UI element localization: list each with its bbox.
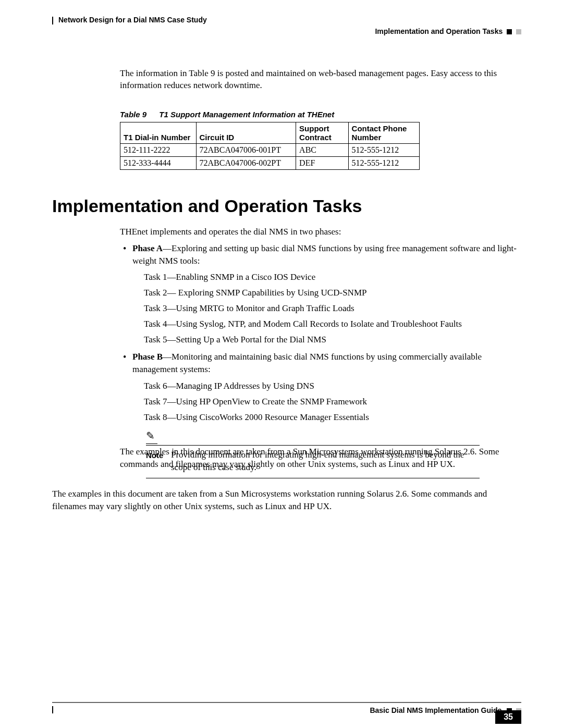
table-cell: 512-333-4444 <box>120 156 197 169</box>
phase-a-label: Phase A <box>132 243 163 253</box>
section-heading: Implementation and Operation Tasks <box>52 196 521 216</box>
task-item: Task 5—Setting Up a Web Portal for the D… <box>144 334 521 346</box>
phase-b-label: Phase B <box>132 352 163 362</box>
task-item: Task 3—Using MRTG to Monitor and Graph T… <box>144 302 521 315</box>
support-info-table: T1 Dial-in Number Circuit ID Support Con… <box>120 122 420 170</box>
task-item: Task 7—Using HP OpenView to Create the S… <box>144 396 521 408</box>
task-item: Task 1—Enabling SNMP in a Cisco IOS Devi… <box>144 271 521 283</box>
header-section-text: Implementation and Operation Tasks <box>375 27 503 35</box>
pencil-icon <box>146 430 156 440</box>
page-footer: Basic Dial NMS Implementation Guide 35 <box>52 702 521 703</box>
table-cell: DEF <box>296 156 348 169</box>
header-chapter: Network Design for a Dial NMS Case Study <box>52 16 207 24</box>
task-item: Task 2— Exploring SNMP Capabilities by U… <box>144 287 521 299</box>
table-cell: 72ABCA047006-001PT <box>196 143 296 156</box>
intro-paragraph: The information in Table 9 is posted and… <box>120 68 521 92</box>
closing-paragraph: The examples in this document are taken … <box>52 488 521 513</box>
table-caption: Table 9 T1 Support Management Informatio… <box>120 110 521 119</box>
phase-b-desc: —Monitoring and maintaining basic dial N… <box>132 352 482 374</box>
footer-guide-text: Basic Dial NMS Implementation Guide <box>370 706 501 714</box>
table-cell: 512-555-1212 <box>348 156 419 169</box>
table-cell: 512-111-2222 <box>120 143 197 156</box>
phase-a-desc: —Exploring and setting up basic dial NMS… <box>132 243 517 266</box>
table-label: Table 9 <box>120 110 146 119</box>
table-header: Support Contract <box>296 122 348 143</box>
task-item: Task 8—Using CiscoWorks 2000 Resource Ma… <box>144 411 521 424</box>
header-chapter-text: Network Design for a Dial NMS Case Study <box>58 16 207 24</box>
table-row: 512-111-2222 72ABCA047006-001PT ABC 512-… <box>120 143 420 156</box>
page-header: Network Design for a Dial NMS Case Study… <box>52 16 521 42</box>
table-header: T1 Dial-in Number <box>120 122 197 143</box>
header-section: Implementation and Operation Tasks <box>375 27 521 35</box>
table-cell: 512-555-1212 <box>348 143 419 156</box>
task-item: Task 4—Using Syslog, NTP, and Modem Call… <box>144 318 521 330</box>
footer-mark-icon <box>52 706 56 713</box>
table-header: Contact Phone Number <box>348 122 419 143</box>
header-square-icon <box>507 29 512 34</box>
phase-b-tasks: Task 6—Managing IP Addresses by Using DN… <box>144 380 521 423</box>
table-header: Circuit ID <box>196 122 296 143</box>
closing-paragraph: The examples in this document are taken … <box>120 446 521 471</box>
page-number: 35 <box>495 710 521 724</box>
phases-intro: THEnet implements and operates the dial … <box>120 227 521 237</box>
table-title: T1 Support Management Information at THE… <box>159 110 334 119</box>
table-cell: 72ABCA047006-002PT <box>196 156 296 169</box>
table-cell: ABC <box>296 143 348 156</box>
phase-a: Phase A—Exploring and setting up basic d… <box>120 242 521 346</box>
phase-a-tasks: Task 1—Enabling SNMP in a Cisco IOS Devi… <box>144 271 521 346</box>
task-item: Task 6—Managing IP Addresses by Using DN… <box>144 380 521 392</box>
table-row: 512-333-4444 72ABCA047006-002PT DEF 512-… <box>120 156 420 169</box>
header-square-icon <box>516 29 521 34</box>
